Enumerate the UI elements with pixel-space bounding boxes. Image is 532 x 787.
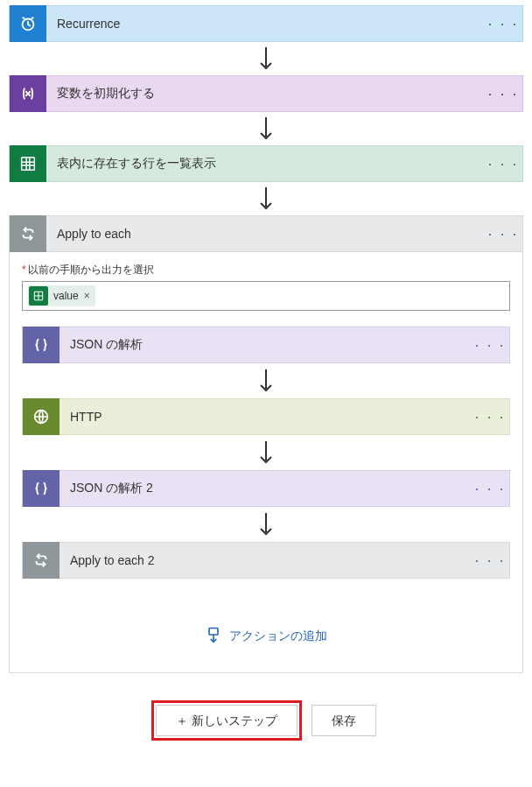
ellipsis-icon: · · · — [474, 408, 505, 425]
ellipsis-icon: · · · — [474, 336, 505, 354]
step-label: HTTP — [60, 410, 471, 424]
connector-arrow — [9, 112, 523, 145]
svg-rect-2 — [34, 292, 42, 299]
step-menu-button[interactable]: · · · — [484, 86, 522, 102]
previous-output-label: *以前の手順から出力を選択 — [22, 263, 510, 278]
add-action-button[interactable]: アクションの追加 — [22, 626, 510, 646]
excel-icon — [29, 286, 48, 306]
loop-icon — [23, 542, 60, 579]
step-initialize-variable[interactable]: 変数を初期化する · · · — [9, 75, 523, 112]
connector-arrow — [22, 363, 510, 398]
remove-token-button[interactable]: × — [82, 290, 95, 302]
flow-canvas: Recurrence · · · 変数を初期化する · · · 表内に存在する行… — [0, 0, 532, 736]
add-action-icon — [205, 626, 222, 646]
step-menu-button[interactable]: · · · — [471, 409, 509, 425]
globe-icon — [23, 398, 60, 435]
step-menu-button[interactable]: · · · — [484, 156, 522, 172]
step-label: Apply to each — [46, 227, 484, 241]
svg-rect-1 — [22, 158, 35, 171]
step-menu-button[interactable]: · · · — [484, 226, 522, 242]
token-label: value — [53, 290, 82, 302]
connector-arrow — [22, 507, 510, 542]
clock-icon — [10, 5, 46, 42]
step-label: 表内に存在する行を一覧表示 — [46, 156, 484, 172]
ellipsis-icon: · · · — [474, 480, 505, 497]
step-parse-json-2[interactable]: JSON の解析 2 · · · — [22, 470, 510, 507]
step-menu-button[interactable]: · · · — [471, 552, 509, 568]
ellipsis-icon: · · · — [487, 225, 518, 242]
ellipsis-icon: · · · — [487, 85, 518, 102]
step-parse-json[interactable]: JSON の解析 · · · — [22, 327, 510, 363]
step-label: Apply to each 2 — [60, 553, 471, 567]
step-menu-button[interactable]: · · · — [484, 16, 522, 32]
svg-point-0 — [23, 19, 34, 31]
step-label: JSON の解析 — [60, 337, 471, 353]
step-recurrence[interactable]: Recurrence · · · — [9, 5, 523, 42]
new-step-label: 新しいステップ — [192, 713, 277, 727]
save-button[interactable]: 保存 — [312, 705, 376, 736]
step-http[interactable]: HTTP · · · — [22, 398, 510, 435]
loop-icon — [10, 215, 46, 252]
plus-icon: ＋ — [176, 713, 188, 727]
braces-icon — [23, 327, 60, 363]
step-menu-button[interactable]: · · · — [471, 481, 509, 496]
step-apply-to-each-2[interactable]: Apply to each 2 · · · — [22, 542, 510, 579]
footer-buttons: ＋ 新しいステップ 保存 — [9, 705, 523, 736]
add-action-label: アクションの追加 — [229, 629, 327, 644]
token-value[interactable]: value × — [28, 285, 95, 306]
step-label: 変数を初期化する — [46, 86, 484, 102]
connector-arrow — [9, 42, 523, 75]
previous-output-field[interactable]: value × — [22, 281, 510, 311]
braces-icon — [23, 470, 60, 507]
svg-point-3 — [35, 411, 48, 424]
step-menu-button[interactable]: · · · — [471, 337, 509, 353]
step-list-rows-in-table[interactable]: 表内に存在する行を一覧表示 · · · — [9, 145, 523, 182]
svg-rect-4 — [209, 629, 218, 636]
excel-icon — [10, 145, 46, 182]
apply-to-each-body: *以前の手順から出力を選択 value × JSON の解析 · · · — [9, 252, 523, 673]
step-label: Recurrence — [46, 17, 484, 31]
variable-icon — [10, 75, 46, 112]
ellipsis-icon: · · · — [474, 552, 505, 569]
step-label: JSON の解析 2 — [60, 481, 471, 496]
connector-arrow — [22, 435, 510, 470]
required-marker: * — [22, 264, 26, 276]
new-step-button[interactable]: ＋ 新しいステップ — [156, 705, 298, 736]
ellipsis-icon: · · · — [487, 155, 518, 172]
ellipsis-icon: · · · — [487, 15, 518, 32]
step-apply-to-each[interactable]: Apply to each · · · — [9, 215, 523, 252]
connector-arrow — [9, 182, 523, 215]
